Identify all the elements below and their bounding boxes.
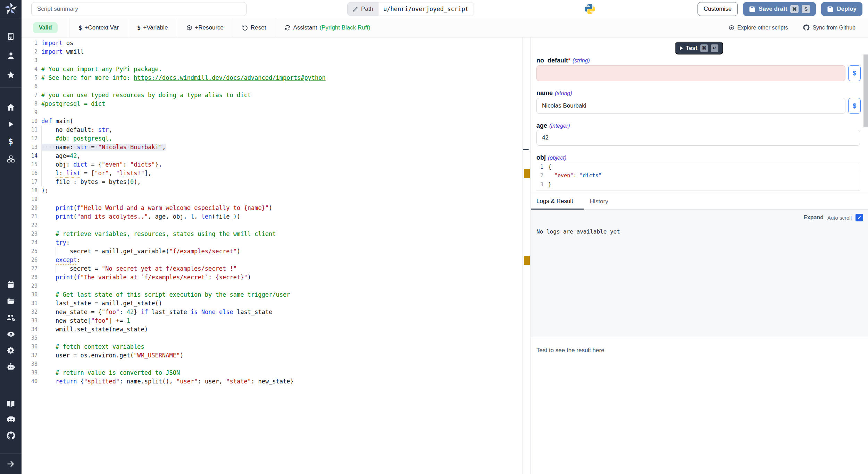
editor-right-border [523,37,523,474]
explore-other-scripts-button[interactable]: Explore other scripts [728,24,788,31]
deploy-save-icon [827,6,834,12]
folders-icon[interactable] [0,297,22,306]
customise-button[interactable]: Customise [698,2,738,16]
line-numbers-gutter: 1234567891011121314151617181920212223242… [22,39,37,386]
field-name: age [536,122,547,129]
code-editor[interactable]: 1234567891011121314151617181920212223242… [22,37,523,474]
logs-panel: Expand Auto scroll ✓ No logs are availab… [531,210,868,337]
workspace-building-icon[interactable] [0,32,22,41]
no-default-input[interactable] [536,65,845,81]
path-group: Path u/henri/overjoyed_script [347,2,474,16]
sync-label: Sync from Github [812,25,856,31]
ai-robot-icon[interactable] [0,362,22,371]
output-tabs: Logs & Result History [531,194,868,210]
autoscroll-checkbox[interactable]: ✓ [856,214,863,221]
enter-key: ↵ [711,44,718,52]
field-label-name: name(string) [536,90,572,97]
tab-history[interactable]: History [584,194,615,210]
modified-line-marker [524,169,530,178]
field-name: name [536,90,553,96]
dollar-icon: $ [137,24,141,31]
right-panel-scrollbar[interactable] [863,54,868,127]
topbar-actions: Customise Save draft ⌘ S Deploy [698,2,862,16]
github-icon[interactable] [0,431,22,440]
field-label-no-default: no_default*(string) [536,57,590,64]
save-icon [749,6,756,12]
valid-status-badge: Valid [33,22,58,33]
cmd-key: ⌘ [700,44,708,52]
refresh-icon [284,25,291,31]
sidebar-divider [0,87,22,88]
dollar-icon: $ [853,102,857,110]
settings-gear-icon[interactable] [0,346,22,355]
sidebar: $ [0,0,22,474]
rotate-ccw-icon [242,25,248,31]
schedules-calendar-icon[interactable] [0,280,22,289]
add-resource-label: +Resource [195,24,224,31]
favorites-star-icon[interactable] [0,70,22,79]
cmd-key: ⌘ [790,5,799,13]
collapse-arrow-right-icon[interactable] [0,459,22,468]
runs-play-icon[interactable] [0,120,22,128]
insert-variable-button[interactable]: $ [848,65,861,81]
topbar: Path u/henri/overjoyed_script Customise … [22,0,868,18]
code-lines[interactable]: import osimport wmill# You can import an… [41,39,523,386]
groups-users-icon[interactable] [0,313,22,322]
path-label: Path [361,6,373,12]
path-value[interactable]: u/henri/overjoyed_script [378,2,474,16]
field-type: (integer) [549,123,570,129]
save-draft-label: Save draft [759,6,787,12]
obj-json-editor[interactable]: 1{2 "even": "dicts"3} [536,162,860,191]
customise-label: Customise [704,6,732,12]
modified-line-marker [524,256,530,265]
age-input[interactable] [536,130,860,146]
insert-variable-button[interactable]: $ [848,98,861,114]
no-logs-message: No logs are available yet [536,228,620,235]
audit-eye-icon[interactable] [0,330,22,339]
add-variable-button[interactable]: $ +Variable [128,18,177,37]
tab-logs-result[interactable]: Logs & Result [531,194,584,210]
deploy-button[interactable]: Deploy [821,2,862,16]
resources-boxes-icon[interactable] [0,155,22,163]
assistant-label: Assistant [293,24,317,31]
sidebar-divider [0,453,22,454]
save-draft-button[interactable]: Save draft ⌘ S [743,2,816,16]
user-icon[interactable] [0,51,22,60]
add-context-var-button[interactable]: $ +Context Var [69,18,128,37]
preview-panel: Test ⌘ ↵ no_default*(string) $ name(stri… [531,37,868,474]
sync-from-github-button[interactable]: Sync from Github [803,24,856,31]
add-resource-button[interactable]: +Resource [177,18,233,37]
variables-dollar-icon[interactable]: $ [0,137,22,146]
result-panel: Test to see the result here [531,337,868,474]
reset-button[interactable]: Reset [233,18,275,37]
python-logo-icon [584,3,596,15]
test-button[interactable]: Test ⌘ ↵ [675,42,723,54]
sidebar-divider [0,18,22,18]
logs-controls: Expand Auto scroll ✓ [803,214,863,221]
script-summary-input[interactable] [31,2,247,16]
expand-button[interactable]: Expand [803,214,824,221]
home-icon[interactable] [0,103,22,112]
assistant-button[interactable]: Assistant (Pyright Black Ruff) [275,18,379,37]
package-icon [186,25,192,31]
windmill-logo-icon[interactable] [0,3,22,15]
discord-icon[interactable] [0,416,22,424]
field-type: (object) [548,155,566,161]
edit-path-button[interactable]: Path [348,2,378,16]
add-context-var-label: +Context Var [85,24,119,31]
panel-splitter-handle[interactable] [523,149,529,150]
s-key: S [802,5,810,13]
play-icon [680,46,683,50]
docs-book-icon[interactable] [0,399,22,408]
windmill-script-editor: $ [0,0,868,474]
field-name: no_default [536,57,568,64]
reset-label: Reset [251,24,266,31]
dollar-icon: $ [853,69,857,77]
add-variable-label: +Variable [143,24,168,31]
tab-label: History [590,198,608,205]
name-input[interactable] [536,98,845,114]
tab-label: Logs & Result [536,198,573,205]
field-type: (string) [555,90,572,96]
deploy-label: Deploy [837,6,857,12]
result-placeholder-text: Test to see the result here [536,347,604,354]
